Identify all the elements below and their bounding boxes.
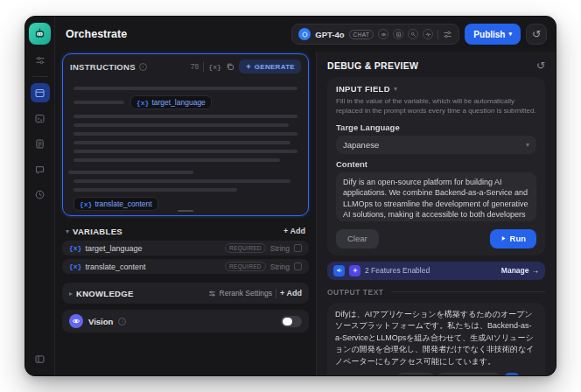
history-icon: ↺ — [532, 28, 541, 40]
arrow-right-icon: → — [532, 266, 540, 275]
features-enabled-banner[interactable]: 2 Features Enabled Manage → — [327, 262, 545, 280]
skeleton-line — [74, 141, 290, 144]
logs-button[interactable]: Logs — [397, 373, 434, 375]
publish-label: Publish — [473, 30, 505, 39]
info-icon: i — [118, 318, 126, 326]
openai-logo-icon — [298, 28, 311, 40]
output-card: Difyは、AIアプリケーションを構築するためのオープンソースプラットフォームで… — [327, 303, 545, 375]
rerank-label: Rerank Settings — [220, 289, 272, 298]
rail-divider — [32, 76, 48, 77]
nav-annotation-icon[interactable] — [31, 159, 50, 178]
rerank-settings-button[interactable]: Rerank Settings — [208, 289, 272, 298]
model-selector[interactable]: GPT-4o CHAT — [291, 24, 459, 45]
prompt-pane: INSTRUCTIONS i 78 {x} GENERATE — [55, 52, 316, 375]
output-text-title: OUTPUT TEXT — [327, 288, 384, 297]
content-textarea[interactable]: Dify is an open-source platform for buil… — [336, 172, 536, 221]
chevron-down-icon: ▾ — [66, 228, 69, 235]
variable-prefix: {x} — [69, 262, 81, 270]
capability-tool-icon — [408, 29, 418, 39]
manage-features-link[interactable]: Manage → — [501, 266, 539, 275]
skeleton-line — [74, 123, 289, 127]
variable-name: translate_content — [85, 262, 145, 271]
nav-monitoring-icon[interactable] — [31, 185, 50, 204]
skeleton-line — [74, 115, 298, 118]
publish-button[interactable]: Publish ▾ — [465, 24, 521, 45]
page-title: Orchestrate — [66, 28, 127, 40]
knowledge-section-header[interactable]: ▸ KNOWLEDGE Rerank Settings + Add — [62, 283, 309, 304]
debug-pane: DEBUG & PREVIEW ↺ INPUT FIELD ▾ Fill in … — [316, 52, 556, 375]
required-badge: REQUIRED — [225, 243, 266, 253]
generate-label: GENERATE — [255, 63, 295, 71]
char-count: 78 — [191, 62, 199, 71]
topbar: Orchestrate GPT-4o CHAT Publish — [55, 17, 556, 52]
vision-toggle[interactable] — [281, 316, 302, 327]
add-variable-button[interactable]: + Add — [284, 227, 305, 235]
skeleton-line — [68, 171, 193, 174]
manage-label: Manage — [501, 266, 529, 275]
variable-type-icon — [294, 262, 302, 270]
nav-orchestrate-icon[interactable] — [31, 83, 50, 102]
clear-button[interactable]: Clear — [336, 229, 379, 248]
vision-eye-icon — [69, 314, 83, 328]
nav-api-terminal-icon[interactable] — [31, 108, 50, 128]
variable-type: String — [270, 244, 290, 253]
collapse-panel-icon[interactable] — [31, 349, 50, 368]
skeleton-line — [74, 132, 298, 136]
insert-variable-icon[interactable]: {x} — [208, 63, 220, 71]
more-like-this-button[interactable]: More like this — [438, 373, 500, 375]
feature-speech-icon — [333, 265, 345, 276]
variable-row-target-language[interactable]: {x} target_language REQUIRED String — [62, 241, 309, 256]
knowledge-title: KNOWLEDGE — [76, 289, 134, 298]
variable-prefix: {x} — [69, 244, 81, 252]
variable-prefix: {x} — [80, 200, 92, 208]
target-language-select[interactable]: Japanese ▾ — [336, 136, 536, 154]
nav-rail — [25, 17, 55, 375]
add-knowledge-button[interactable]: + Add — [280, 289, 302, 298]
model-params-icon[interactable] — [443, 30, 452, 39]
capability-vision-icon — [378, 29, 388, 39]
features-enabled-text: 2 Features Enabled — [365, 266, 430, 275]
skeleton-line — [74, 179, 290, 183]
app-window: Orchestrate GPT-4o CHAT Publish — [24, 16, 556, 376]
nav-logs-icon[interactable] — [31, 134, 50, 153]
chevron-down-icon: ▾ — [526, 141, 529, 149]
chevron-down-icon: ▾ — [394, 85, 397, 93]
copy-prompt-icon[interactable] — [226, 62, 234, 71]
history-button[interactable]: ↺ — [526, 24, 547, 45]
skeleton-line — [74, 158, 280, 162]
variable-row-translate-content[interactable]: {x} translate_content REQUIRED String — [62, 259, 309, 274]
input-field-card: INPUT FIELD ▾ Fill in the value of the v… — [327, 77, 545, 256]
model-tune-icon[interactable] — [31, 51, 50, 70]
instructions-title: INSTRUCTIONS — [70, 62, 136, 72]
chip-divider — [438, 30, 438, 39]
output-divider-line — [391, 291, 545, 292]
input-field-title: INPUT FIELD — [336, 84, 390, 94]
target-language-label: Targe Language — [336, 122, 536, 132]
refresh-icon[interactable]: ↺ — [536, 60, 545, 71]
skeleton-line — [74, 87, 298, 90]
capability-audio-icon — [423, 29, 433, 39]
chevron-right-icon: ▸ — [69, 290, 73, 298]
vision-label: Vision — [88, 317, 113, 326]
run-button[interactable]: Run — [490, 229, 536, 248]
generate-button[interactable]: GENERATE — [239, 60, 301, 74]
debug-preview-title: DEBUG & PREVIEW — [327, 60, 418, 71]
editor-resize-handle[interactable] — [178, 210, 193, 212]
variable-chip-target-language[interactable]: {x} target_language — [130, 95, 212, 109]
app-logo-robot-icon[interactable] — [29, 23, 51, 45]
divider — [276, 289, 276, 298]
copy-output-button[interactable] — [523, 374, 537, 375]
model-name: GPT-4o — [315, 30, 344, 39]
instructions-editor[interactable]: INSTRUCTIONS i 78 {x} GENERATE — [62, 53, 309, 216]
skeleton-line — [74, 101, 124, 104]
capability-document-icon — [393, 29, 403, 39]
variable-chip-translate-content[interactable]: {x} translate_content — [74, 197, 158, 211]
input-field-header[interactable]: INPUT FIELD ▾ — [336, 84, 536, 94]
feature-more-like-this-icon — [349, 265, 360, 276]
skeleton-line — [74, 150, 298, 153]
output-text: Difyは、AIアプリケーションを構築するためのオープンソースプラットフォームで… — [335, 309, 537, 368]
variables-section-header[interactable]: ▾ VARIABLES + Add — [62, 221, 309, 241]
model-mode-badge: CHAT — [349, 30, 374, 39]
text-to-speech-button[interactable] — [504, 373, 520, 375]
content-label: Content — [336, 159, 536, 169]
